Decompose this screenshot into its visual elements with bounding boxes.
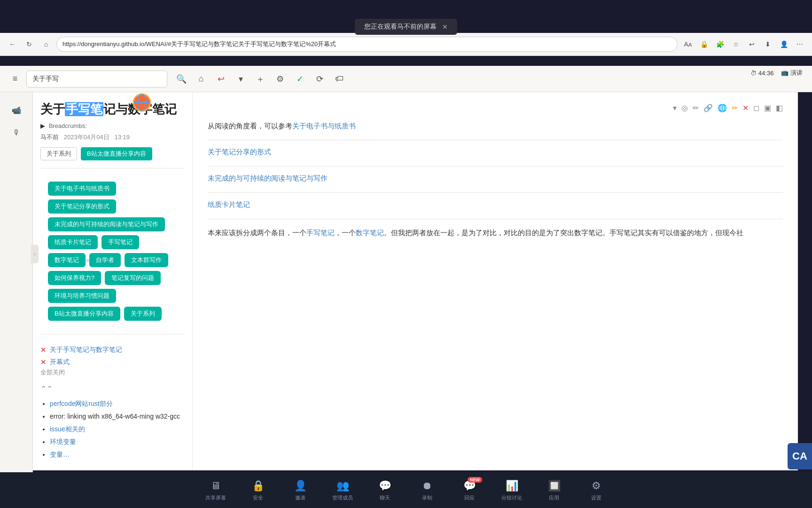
square-icon-3[interactable]: ◧ — [776, 103, 783, 112]
video-icon[interactable]: 📹 — [8, 102, 25, 119]
tree-item-1[interactable]: ✕ 关于手写笔记与数字笔记 — [40, 344, 185, 356]
refresh-icon-button[interactable]: ⟳ — [311, 71, 328, 87]
bullet-link-3[interactable]: issue相关的 — [50, 425, 85, 433]
author-name: 马不前 — [40, 134, 59, 141]
topic-chip-reading[interactable]: 未完成的与可持续的阅读与笔记与写作 — [48, 217, 165, 231]
home-icon-button[interactable]: ⌂ — [193, 71, 210, 87]
app-toolbar: ≡ 🔍 ⌂ ↩ ▾ ＋ ⚙ ✓ ⟳ 🏷 — [0, 66, 812, 92]
reactions-label: 回应 — [464, 494, 475, 501]
taskbar-security[interactable]: 🔒 安全 — [237, 472, 279, 508]
mic-icon[interactable]: 🎙 — [8, 124, 25, 141]
topic-chip-self-learner[interactable]: 自学者 — [89, 253, 121, 267]
content-link-handwriting-inline[interactable]: 手写笔记 — [306, 229, 335, 237]
left-sidebar-panel: 📹 🎙 — [0, 92, 33, 472]
settings-label: 设置 — [591, 494, 601, 501]
settings-icon: ⚙ — [590, 479, 603, 492]
taskbar-record[interactable]: ⏺ 录制 — [406, 472, 448, 508]
topic-chip-environment[interactable]: 环境与培养习惯问题 — [48, 289, 116, 303]
tree-link-1[interactable]: 关于手写笔记与数字笔记 — [50, 346, 122, 354]
tag-bilibili-share[interactable]: B站太微直播分享内容 — [81, 147, 152, 160]
page-title: 关于手写笔记与数字笔记 — [40, 102, 185, 118]
content-link-share-form[interactable]: 关于笔记分享的形式 — [208, 148, 783, 157]
notification-bar: 您正在观看马不前的屏幕 ✕ — [355, 19, 457, 35]
tree-link-2[interactable]: 开幕式 — [50, 358, 70, 366]
reload-button[interactable]: ↻ — [23, 38, 36, 51]
history-button[interactable]: ↩ — [745, 38, 758, 51]
bullet-link-4[interactable]: 环境变量 — [50, 438, 76, 445]
topic-chip-share[interactable]: 关于笔记分享的形式 — [48, 199, 116, 214]
search-icon-button[interactable]: 🔍 — [173, 71, 190, 87]
taskbar-breakout[interactable]: 📊 分组讨论 — [491, 472, 533, 508]
more-button[interactable]: ⋯ — [793, 38, 806, 51]
taskbar-invite[interactable]: 👤 邀请 — [279, 472, 321, 508]
circle-icon[interactable]: ◎ — [681, 103, 688, 112]
topic-chip-digital[interactable]: 数字笔记 — [48, 253, 86, 267]
topic-chip-card[interactable]: 纸质卡片笔记 — [48, 235, 98, 249]
ca-badge[interactable]: CA — [788, 443, 812, 469]
topics-area: 关于电子书与纸质书 关于笔记分享的形式 未完成的与可持续的阅读与笔记与写作 纸质… — [40, 174, 185, 328]
topic-chip-eyecare[interactable]: 如何保养视力? — [48, 271, 101, 285]
topic-chip-series[interactable]: 关于系列 — [124, 307, 162, 321]
home-button[interactable]: ⌂ — [39, 38, 53, 51]
content-divider-4 — [208, 219, 783, 219]
bullet-link-1[interactable]: perfcode网站rust部分 — [50, 400, 113, 407]
reader-mode-button[interactable]: AA — [681, 38, 695, 51]
content-para-2: 本来应该拆分成两个条目，一个手写笔记，一个数字笔记。但我把两者放在一起，是为了对… — [208, 227, 783, 239]
downloads-button[interactable]: ⬇ — [761, 38, 774, 51]
edit-pencil-icon[interactable]: ✏ — [85, 257, 90, 264]
close-icon[interactable]: ✕ — [742, 103, 749, 112]
globe-icon[interactable]: 🌐 — [718, 103, 727, 112]
dropdown-icon-button[interactable]: ▾ — [232, 71, 249, 87]
security-label: 安全 — [253, 494, 263, 501]
taskbar-apps[interactable]: 🔲 应用 — [533, 472, 575, 508]
check-icon-button[interactable]: ✓ — [291, 71, 308, 87]
post-time: 13:19 — [115, 134, 130, 141]
content-link-card-notes[interactable]: 纸质卡片笔记 — [208, 200, 783, 209]
tree-close-1[interactable]: ✕ — [40, 346, 46, 354]
chevron-up-icon[interactable]: ⌃⌃ — [40, 384, 185, 393]
taskbar-chat[interactable]: 💬 聊天 — [364, 472, 406, 508]
bullet-link-5[interactable]: 变量… — [50, 451, 70, 458]
lock-button[interactable]: 🔒 — [697, 38, 710, 51]
favorites-button[interactable]: ☆ — [729, 38, 742, 51]
content-link-ebook[interactable]: 关于电子书与纸质书 — [292, 122, 356, 130]
topic-chip-ebook[interactable]: 关于电子书与纸质书 — [48, 182, 116, 196]
sidebar-collapse-handle[interactable]: ‹ — [31, 245, 39, 263]
topic-chip-rewrite[interactable]: 笔记复写的问题 — [105, 271, 161, 285]
content-link-digital-inline[interactable]: 数字笔记 — [356, 229, 384, 237]
taskbar-reactions[interactable]: 💬 NEW 回应 — [448, 472, 491, 508]
tag-about-series[interactable]: 关于系列 — [40, 147, 77, 160]
extensions-button[interactable]: 🧩 — [713, 38, 726, 51]
bullet-list: perfcode网站rust部分 error: linking with x86… — [40, 399, 185, 460]
settings-icon-button[interactable]: ⚙ — [272, 71, 289, 87]
address-bar[interactable] — [56, 37, 678, 52]
topic-chip-bilibili[interactable]: B站太微直播分享内容 — [48, 307, 120, 321]
add-icon-button[interactable]: ＋ — [252, 71, 269, 87]
square-icon-1[interactable]: ◻ — [753, 103, 759, 112]
link-icon[interactable]: 🔗 — [703, 103, 713, 112]
close-all[interactable]: 全部关闭 — [40, 368, 185, 377]
notification-close[interactable]: ✕ — [442, 23, 448, 31]
square-icon-2[interactable]: ▣ — [764, 103, 771, 112]
profile-button[interactable]: 👤 — [777, 38, 790, 51]
dropdown-icon[interactable]: ▾ — [673, 103, 677, 112]
breadcrumbs[interactable]: ▶ Breadcrumbs: — [40, 122, 185, 129]
tree-item-2[interactable]: ✕ 开幕式 — [40, 356, 185, 368]
edit-icon[interactable]: ✏ — [693, 103, 699, 112]
taskbar-manage-members[interactable]: 👥 管理成员 — [321, 472, 364, 508]
section-divider-1 — [40, 168, 185, 168]
taskbar-share-screen[interactable]: 🖥 共享屏幕 — [195, 472, 237, 508]
section-divider-2 — [40, 334, 185, 334]
taskbar-settings[interactable]: ⚙ 设置 — [575, 472, 617, 508]
topic-chip-text-writing[interactable]: 文本群写作 — [125, 253, 168, 267]
search-input[interactable] — [26, 71, 167, 87]
tree-close-2[interactable]: ✕ — [40, 358, 46, 366]
pencil-icon[interactable]: ✏ — [732, 103, 738, 112]
back-button[interactable]: ← — [6, 38, 19, 51]
topic-chip-handwriting[interactable]: 手写笔记 — [102, 235, 139, 249]
bullet-item-4: 环境变量 — [50, 437, 185, 447]
tag-icon-button[interactable]: 🏷 — [331, 71, 348, 87]
undo-icon-button[interactable]: ↩ — [212, 71, 229, 87]
menu-button[interactable]: ≡ — [8, 71, 23, 87]
content-link-reading-sustainable[interactable]: 未完成的与可持续的阅读与笔记与写作 — [208, 174, 783, 183]
